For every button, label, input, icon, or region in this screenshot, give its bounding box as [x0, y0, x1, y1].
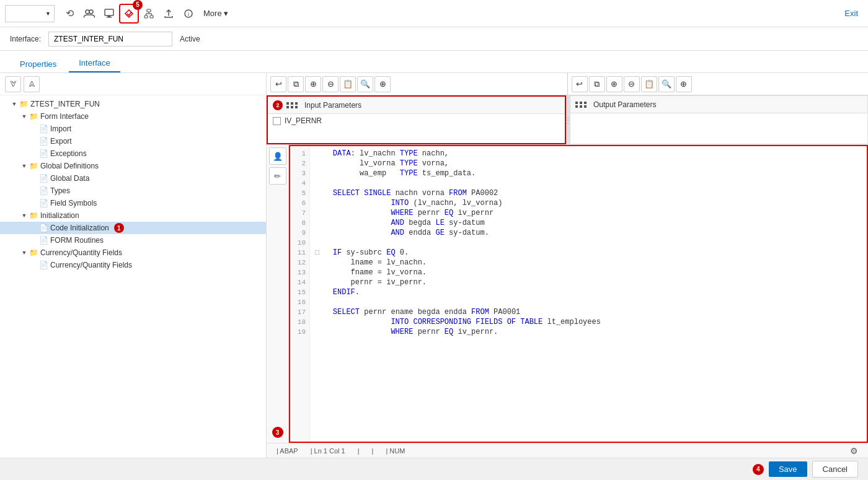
output-param-label: Output Parameters — [593, 100, 656, 109]
code-line-8: AND begda LE sy-datum — [315, 218, 862, 228]
copy-btn-l[interactable]: ⧉ — [288, 76, 304, 92]
main-content: ⩔ ⩓ ▼ 📁 ZTEST_INTER_FUN ▼ 📁 Form Interfa… — [0, 73, 868, 458]
folder-icon-init: 📁 — [29, 211, 38, 220]
folder-icon: 📁 — [19, 99, 29, 109]
output-param-header: Output Parameters — [570, 96, 867, 113]
top-toolbar: ⟲ 5 i More ▾ Exit — [0, 0, 868, 27]
arrow-cq: ▼ — [20, 248, 29, 257]
pencil-icon-btn[interactable]: ✏ — [269, 167, 286, 185]
page-icon-exceptions: 📄 — [38, 149, 48, 159]
tree-item-globaldata[interactable]: 📄 Global Data — [0, 172, 266, 185]
dropdown[interactable] — [5, 5, 55, 22]
page-btn-l[interactable]: 📋 — [340, 76, 356, 92]
grid-icon — [286, 102, 298, 108]
more-button[interactable]: More ▾ — [198, 6, 233, 20]
page-icon-types: 📄 — [38, 186, 48, 196]
code-line-11: □ IF sy-subrc EQ 0. — [315, 248, 862, 258]
svg-rect-4 — [107, 17, 112, 18]
minus-btn-r[interactable]: ⊖ — [624, 76, 640, 92]
tree-item-currqtyf[interactable]: 📄 Currency/Quantity Fields — [0, 259, 266, 271]
exit-button[interactable]: Exit — [839, 6, 863, 20]
page-icon-fs: 📄 — [38, 198, 48, 208]
code-line-18: INTO CORRESPONDING FIELDS OF TABLE lt_em… — [315, 317, 862, 327]
tree-item-form[interactable]: ▼ 📁 Form Interface — [0, 110, 266, 123]
tree-label-form: Form Interface — [40, 112, 89, 121]
tree-label-export: Export — [50, 137, 72, 146]
cancel-button[interactable]: Cancel — [812, 461, 858, 478]
code-line-14: pernr = iv_pernr. — [315, 277, 862, 287]
abap-status: | ABAP — [277, 447, 298, 455]
tree-label-gd: Global Data — [50, 174, 89, 183]
tree-item-exceptions[interactable]: 📄 Exceptions — [0, 147, 266, 160]
line-numbers: 1 2 3 4 5 6 7 8 9 10 11 12 13 14 15 16 1 — [290, 146, 310, 442]
icon-refresh[interactable]: ⟲ — [60, 4, 79, 24]
tree-item-global[interactable]: ▼ 📁 Global Definitions — [0, 160, 266, 172]
badge-2: 2 — [273, 100, 283, 110]
tab-properties[interactable]: Properties — [10, 56, 66, 72]
tree-label-cqf: Currency/Quantity Fields — [50, 261, 132, 269]
icon-info[interactable]: i — [179, 4, 198, 24]
tree-container: ▼ 📁 ZTEST_INTER_FUN ▼ 📁 Form Interface 📄… — [0, 95, 266, 458]
param-checkbox[interactable] — [273, 117, 281, 125]
tree-item-import[interactable]: 📄 Import — [0, 123, 266, 135]
code-content[interactable]: DATA: lv_nachn TYPE nachn, lv_vorna TYPE… — [310, 146, 867, 442]
expand-all-btn[interactable]: ⩓ — [24, 76, 40, 92]
page-icon-cqf: 📄 — [38, 260, 48, 270]
save-button[interactable]: Save — [769, 461, 807, 477]
plus-btn-l[interactable]: ⊕ — [305, 76, 321, 92]
tree-item-currqty[interactable]: ▼ 📁 Currency/Quantity Fields — [0, 247, 266, 259]
tree-item-root[interactable]: ▼ 📁 ZTEST_INTER_FUN — [0, 98, 266, 110]
plus-btn-r[interactable]: ⊕ — [606, 76, 622, 92]
bottom-bar: 4 Save Cancel — [0, 458, 868, 480]
page-icon-export: 📄 — [38, 136, 48, 146]
filter-btn-l[interactable]: ⊕ — [374, 76, 391, 92]
code-line-16 — [315, 297, 862, 307]
tree-label-init: Initialization — [40, 211, 79, 220]
tree-item-fieldsymbols[interactable]: 📄 Field Symbols — [0, 197, 266, 209]
tree-item-initialization[interactable]: ▼ 📁 Initialization — [0, 209, 266, 222]
undo-btn-l[interactable]: ↩ — [270, 76, 286, 92]
interface-input[interactable] — [48, 32, 172, 46]
param-panels: 2 Input Parameters IV_PERNR — [267, 95, 868, 145]
tree-item-export[interactable]: 📄 Export — [0, 135, 266, 147]
svg-point-1 — [89, 10, 93, 14]
code-line-2: lv_vorna TYPE vorna, — [315, 159, 862, 168]
undo-btn-r[interactable]: ↩ — [572, 76, 588, 92]
settings-icon-btn[interactable]: ⚙ — [850, 446, 858, 456]
icon-display[interactable] — [99, 4, 119, 24]
tree-label-types: Types — [50, 186, 70, 195]
expand-arrow: ▼ — [10, 100, 19, 108]
page-icon-import: 📄 — [38, 124, 48, 134]
filter-btn-r[interactable]: ⊕ — [676, 76, 692, 92]
badge-1: 1 — [114, 223, 124, 233]
badge-5: 5 — [133, 0, 143, 10]
tree-item-types[interactable]: 📄 Types — [0, 185, 266, 197]
arrow-init: ▼ — [20, 211, 29, 220]
person-icon-btn[interactable]: 👤 — [269, 147, 286, 165]
page-btn-r[interactable]: 📋 — [641, 76, 657, 92]
page-icon-gd: 📄 — [38, 173, 48, 183]
left-panel: ⩔ ⩓ ▼ 📁 ZTEST_INTER_FUN ▼ 📁 Form Interfa… — [0, 73, 267, 458]
tab-interface[interactable]: Interface — [69, 55, 120, 72]
tree-label-cq: Currency/Quantity Fields — [40, 248, 122, 257]
badge-3: 3 — [272, 427, 283, 438]
code-editor[interactable]: 1 2 3 4 5 6 7 8 9 10 11 12 13 14 15 16 1 — [289, 145, 868, 443]
tree-item-codeinit[interactable]: 📄 Code Initialization 1 — [0, 222, 266, 234]
code-line-5: SELECT SINGLE nachn vorna FROM PA0002 — [315, 188, 862, 198]
svg-rect-3 — [108, 15, 110, 17]
output-param-panel: Output Parameters — [570, 95, 868, 144]
icon-users[interactable] — [79, 4, 99, 24]
svg-rect-6 — [144, 15, 148, 18]
copy-btn-r[interactable]: ⧉ — [589, 76, 605, 92]
icon-upload[interactable] — [159, 4, 179, 24]
code-line-9: AND endda GE sy-datum. — [315, 228, 862, 238]
left-code-toolbar: ↩ ⧉ ⊕ ⊖ 📋 🔍 ⊕ — [267, 73, 568, 95]
search-btn-r[interactable]: 🔍 — [658, 76, 675, 92]
tree-item-formroutines[interactable]: 📄 FORM Routines — [0, 234, 266, 247]
code-line-4 — [315, 178, 862, 188]
code-line-17: SELECT pernr ename begda endda FROM PA00… — [315, 307, 862, 317]
minus-btn-l[interactable]: ⊖ — [322, 76, 339, 92]
collapse-all-btn[interactable]: ⩔ — [5, 76, 21, 92]
search-btn-l[interactable]: 🔍 — [357, 76, 373, 92]
code-line-3: wa_emp TYPE ts_emp_data. — [315, 168, 862, 178]
